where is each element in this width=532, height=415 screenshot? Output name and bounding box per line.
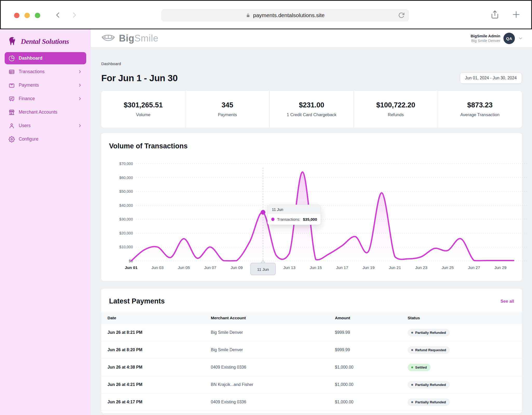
share-icon[interactable] — [490, 10, 499, 19]
table-row[interactable]: Jun 26 at 8:20 PMBig Smile Denver$999.99… — [101, 341, 522, 359]
brand: Dental Solutions — [0, 29, 91, 52]
stat-label: 1 Credit Card Chargeback — [287, 112, 336, 117]
page-title: For Jun 1 - Jun 30 — [101, 73, 178, 83]
transactions-icon — [9, 69, 15, 75]
cell-status: Partially Refunded — [401, 381, 522, 389]
chart-title: Volume of Transactions — [109, 142, 514, 150]
svg-text:Jun 07: Jun 07 — [204, 265, 217, 270]
chevron-right-icon — [77, 83, 82, 88]
configure-icon — [9, 136, 15, 142]
stat-average-transaction: $873.23Average Transaction — [438, 91, 522, 128]
sidebar-item-label: Payments — [19, 82, 39, 88]
table-row[interactable]: Jun 26 at 4:17 PM0409 Existing 0336$1,00… — [101, 393, 522, 411]
sidebar-item-dashboard[interactable]: Dashboard — [5, 52, 86, 64]
svg-text:Jun 03: Jun 03 — [151, 265, 164, 270]
stat-value: $301,265.51 — [124, 101, 163, 109]
sidebar-item-configure[interactable]: Configure — [5, 133, 86, 145]
window-close-button[interactable] — [14, 13, 19, 18]
user-name: BigSmile Admin — [471, 34, 500, 39]
chevron-right-icon — [77, 69, 82, 74]
cell-amount: $1,000.00 — [329, 365, 401, 370]
column-header-status: Status — [401, 316, 522, 320]
cell-status: Partially Refunded — [401, 398, 522, 406]
stat-volume: $301,265.51Volume — [101, 91, 185, 128]
cell-date: Jun 26 at 4:17 PM — [101, 400, 205, 404]
sidebar-item-label: Transactions — [19, 69, 45, 74]
series-dot-icon — [271, 218, 274, 221]
lock-icon — [246, 13, 251, 18]
svg-text:Jun 25: Jun 25 — [442, 265, 454, 270]
window-minimize-button[interactable] — [24, 13, 30, 18]
status-dot-icon — [411, 401, 413, 403]
svg-text:Jun 05: Jun 05 — [178, 265, 190, 270]
svg-text:$10,000: $10,000 — [119, 245, 133, 249]
sidebar-item-finance[interactable]: Finance — [5, 93, 86, 105]
cell-merchant-account: 0409 Existing 0336 — [205, 400, 329, 404]
table-row[interactable]: Jun 26 at 8:21 PMBig Smile Denver$999.99… — [101, 324, 522, 341]
cell-status: Partially Refunded — [401, 329, 522, 336]
stat-value: $231.00 — [299, 101, 324, 109]
column-header-date: Date — [101, 316, 205, 320]
browser-forward-button[interactable] — [70, 11, 78, 19]
chart-card: Volume of Transactions $70,000$60,000$50… — [101, 133, 522, 281]
status-dot-icon — [411, 332, 413, 334]
url-text: payments.dentalsolutions.site — [253, 12, 325, 18]
main-content: Dashboard For Jun 1 - Jun 30 Jun 01, 202… — [91, 47, 532, 415]
stat-label: Payments — [218, 112, 237, 117]
sidebar-item-transactions[interactable]: Transactions — [5, 66, 86, 78]
sidebar-item-label: Dashboard — [19, 56, 42, 61]
table-row[interactable]: Jun 26 at 4:38 PM0409 Existing 0336$1,00… — [101, 359, 522, 376]
cell-merchant-account: Big Smile Denver — [205, 348, 329, 352]
svg-text:$20,000: $20,000 — [119, 231, 133, 235]
cell-status: Refund Requested — [401, 346, 522, 354]
merchant-accounts-icon — [9, 109, 15, 115]
cell-amount: $1,000.00 — [329, 400, 401, 404]
new-tab-icon[interactable] — [512, 10, 521, 19]
svg-text:$60,000: $60,000 — [119, 176, 133, 180]
cell-amount: $999.99 — [329, 330, 401, 335]
svg-text:$40,000: $40,000 — [119, 203, 133, 208]
status-badge: Partially Refunded — [408, 381, 450, 389]
status-badge: Refund Requested — [408, 346, 450, 354]
browser-back-button[interactable] — [54, 11, 62, 19]
stat-payments: 345Payments — [185, 91, 269, 128]
chevron-right-icon — [77, 96, 82, 101]
stat-label: Refunds — [388, 112, 403, 117]
user-menu[interactable]: BigSmile Admin Big Smile Denver QA — [471, 32, 523, 45]
svg-text:$50,000: $50,000 — [119, 189, 133, 193]
sidebar-item-payments[interactable]: Payments — [5, 79, 86, 91]
chevron-down-icon[interactable] — [518, 36, 523, 41]
cell-status: Settled — [401, 364, 522, 371]
brand-name: Dental Solutions — [21, 37, 69, 46]
finance-icon — [9, 96, 15, 102]
column-header-amount: Amount — [329, 316, 401, 320]
table-row[interactable]: Jun 26 at 4:21 PMBN Krajcik...and Fisher… — [101, 376, 522, 393]
svg-text:Jun 21: Jun 21 — [389, 265, 401, 270]
status-dot-icon — [411, 384, 413, 386]
svg-text:Jun 23: Jun 23 — [415, 265, 427, 270]
address-bar[interactable]: payments.dentalsolutions.site — [161, 9, 409, 22]
see-all-link[interactable]: See all — [501, 299, 514, 304]
status-badge: Partially Refunded — [408, 398, 450, 406]
sidebar-item-users[interactable]: Users — [5, 120, 86, 132]
tooltip-series-label: Transactions: — [277, 217, 300, 222]
window-zoom-button[interactable] — [35, 13, 40, 18]
stat-label: Average Transaction — [460, 112, 500, 117]
sidebar-item-label: Merchant Accounts — [19, 109, 57, 115]
date-range-picker[interactable]: Jun 01, 2024 - Jun 30, 2024 — [460, 73, 522, 84]
status-badge: Partially Refunded — [408, 329, 450, 336]
sidebar-item-merchant-accounts[interactable]: Merchant Accounts — [5, 106, 86, 118]
browser-chrome: payments.dentalsolutions.site — [0, 0, 532, 29]
svg-text:$30,000: $30,000 — [119, 217, 133, 221]
smile-logo-icon — [101, 34, 115, 43]
latest-payments-card: Latest Payments See all DateMerchant Acc… — [101, 289, 522, 413]
reload-icon[interactable] — [398, 12, 405, 19]
cell-merchant-account: 0409 Existing 0336 — [205, 365, 329, 370]
column-header-merchant-account: Merchant Account — [205, 316, 329, 320]
avatar[interactable]: QA — [503, 33, 515, 44]
page: payments.dentalsolutions.site BigSmile — [0, 0, 532, 415]
table-body: Jun 26 at 8:21 PMBig Smile Denver$999.99… — [101, 324, 522, 411]
sidebar-menu: DashboardTransactionsPaymentsFinanceMerc… — [0, 52, 91, 145]
cell-date: Jun 26 at 8:20 PM — [101, 348, 205, 352]
table-title: Latest Payments — [109, 297, 165, 305]
